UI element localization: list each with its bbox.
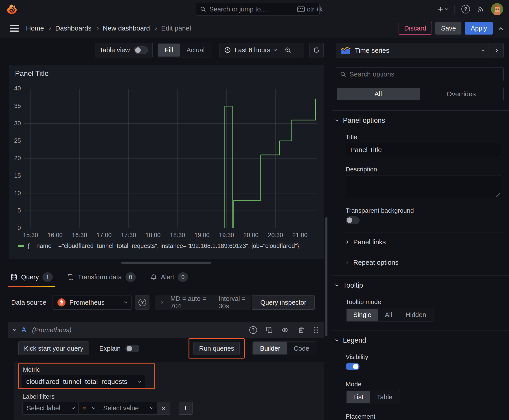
panel-resize-handle[interactable]	[121, 262, 211, 264]
breadcrumb-separator	[48, 27, 51, 30]
tab-label: Alert	[161, 273, 174, 281]
fill-option[interactable]: Fill	[158, 44, 180, 57]
select-value-dropdown[interactable]: Select value	[99, 402, 157, 415]
close-icon: ×	[161, 404, 166, 412]
repeat-options-section[interactable]: Repeat options	[346, 259, 504, 266]
tooltip-hidden-option[interactable]: Hidden	[399, 309, 433, 321]
chevron-right-icon[interactable]	[160, 301, 163, 304]
panel-options-sidebar: Time series All Overrides Panel options …	[332, 38, 509, 420]
legend-section-header[interactable]: Legend	[336, 336, 504, 344]
fill-actual-segmented: Fill Actual	[157, 43, 212, 57]
panel-title: Panel Title	[15, 69, 48, 78]
tooltip-section-header[interactable]: Tooltip	[336, 281, 504, 289]
zoom-out-button[interactable]	[281, 43, 295, 57]
clock-icon	[224, 47, 231, 53]
time-range-picker[interactable]: Last 6 hours	[220, 43, 281, 57]
y-tick-label: 5	[9, 207, 21, 214]
scrollbar-thumb[interactable]	[326, 217, 327, 336]
table-view-label: Table view	[99, 46, 130, 54]
query-row-header[interactable]: A (Prometheus) ?	[8, 322, 324, 338]
tooltip-single-option[interactable]: Single	[347, 309, 378, 321]
breadcrumb-new-dashboard[interactable]: New dashboard	[103, 24, 150, 32]
top-nav: ctrl+k ?	[0, 0, 509, 18]
legend-visibility-toggle[interactable]	[346, 363, 359, 370]
datasource-label: Data source	[11, 299, 46, 306]
datasource-help-button[interactable]: ?	[135, 295, 150, 310]
global-search[interactable]: ctrl+k	[196, 3, 319, 16]
news-button[interactable]	[477, 5, 484, 13]
options-search-input[interactable]	[349, 70, 499, 78]
table-view-toggle[interactable]	[134, 46, 148, 54]
toggle-viz-picker-button[interactable]	[489, 43, 503, 58]
series-legend[interactable]: {__name__="cloudflared_tunnel_total_requ…	[18, 242, 299, 249]
add-new-button[interactable]	[437, 6, 448, 13]
panel-options-section-header[interactable]: Panel options	[336, 116, 504, 125]
operator-dropdown[interactable]: =	[79, 402, 99, 415]
duplicate-icon[interactable]	[266, 327, 273, 333]
panel-title-input[interactable]	[346, 143, 501, 157]
remove-filter-button[interactable]: ×	[157, 402, 170, 415]
y-tick-label: 15	[9, 172, 21, 179]
builder-option[interactable]: Builder	[253, 342, 287, 354]
search-input[interactable]	[209, 6, 294, 13]
tooltip-all-option[interactable]: All	[378, 309, 399, 321]
apply-button[interactable]: Apply	[465, 22, 493, 35]
section-title: Panel options	[343, 116, 385, 125]
actual-option[interactable]: Actual	[180, 44, 211, 57]
trash-icon[interactable]	[298, 327, 304, 333]
grafana-logo-icon[interactable]	[6, 4, 17, 15]
metric-label: Metric	[23, 366, 154, 373]
label-filters-label: Label filters	[23, 393, 54, 400]
select-label-dropdown[interactable]: Select label	[23, 402, 79, 415]
chart-plot[interactable]	[24, 89, 317, 228]
breadcrumb-dashboards[interactable]: Dashboards	[55, 24, 91, 32]
menu-toggle-icon[interactable]	[10, 25, 19, 32]
series-label[interactable]: {__name__="cloudflared_tunnel_total_requ…	[28, 242, 299, 249]
transparent-background-toggle[interactable]	[346, 217, 359, 224]
disable-query-icon[interactable]	[282, 326, 289, 334]
help-button[interactable]: ?	[461, 5, 470, 14]
tab-all-options[interactable]: All	[337, 88, 420, 100]
run-queries-button[interactable]: Run queries	[193, 342, 240, 355]
legend-list-option[interactable]: List	[347, 391, 370, 403]
add-filter-button[interactable]: +	[179, 402, 193, 415]
collapse-query-icon[interactable]	[13, 328, 16, 331]
drag-handle-icon[interactable]	[313, 326, 319, 334]
visualization-picker[interactable]: Time series	[336, 43, 489, 58]
explain-label: Explain	[99, 345, 121, 352]
code-option[interactable]: Code	[287, 342, 316, 354]
refresh-button[interactable]	[309, 43, 324, 57]
explain-toggle[interactable]	[125, 345, 139, 352]
search-icon	[200, 6, 206, 12]
breadcrumb-separator	[154, 27, 157, 30]
tab-transform-data[interactable]: Transform data 0	[65, 269, 138, 287]
tab-alert[interactable]: Alert 0	[148, 269, 190, 287]
legend-table-option[interactable]: Table	[370, 391, 399, 403]
query-help-icon[interactable]: ?	[249, 326, 257, 334]
y-tick-label: 10	[9, 190, 21, 197]
description-textarea[interactable]	[346, 175, 501, 198]
chart-panel[interactable]: Panel Title 0510152025303540 15:3016:001…	[9, 65, 324, 259]
metric-select[interactable]: cloudflared_tunnel_total_requests	[22, 375, 145, 388]
x-tick-label: 17:00	[91, 232, 118, 239]
x-tick-label: 20:00	[237, 232, 264, 239]
table-view-control: Table view	[95, 43, 153, 57]
section-title: Tooltip	[343, 281, 363, 289]
tab-query[interactable]: Query 1	[8, 269, 55, 287]
operator-value: =	[83, 405, 86, 412]
breadcrumb-home[interactable]: Home	[26, 24, 44, 32]
options-search[interactable]	[336, 67, 504, 81]
save-button[interactable]: Save	[435, 22, 461, 35]
divider	[342, 253, 504, 253]
user-avatar[interactable]	[491, 3, 503, 15]
series-color-swatch[interactable]	[18, 245, 24, 247]
discard-button[interactable]: Discard	[399, 22, 432, 35]
zoom-out-icon	[285, 47, 291, 53]
collapse-header-icon[interactable]	[499, 27, 503, 31]
kick-start-button[interactable]: Kick start your query	[18, 341, 89, 355]
resize-grip-icon[interactable]	[496, 193, 500, 197]
query-inspector-button[interactable]: Query inspector	[252, 295, 315, 310]
tab-overrides[interactable]: Overrides	[420, 88, 503, 100]
panel-links-section[interactable]: Panel links	[346, 238, 504, 246]
datasource-picker[interactable]: Prometheus	[53, 295, 131, 310]
